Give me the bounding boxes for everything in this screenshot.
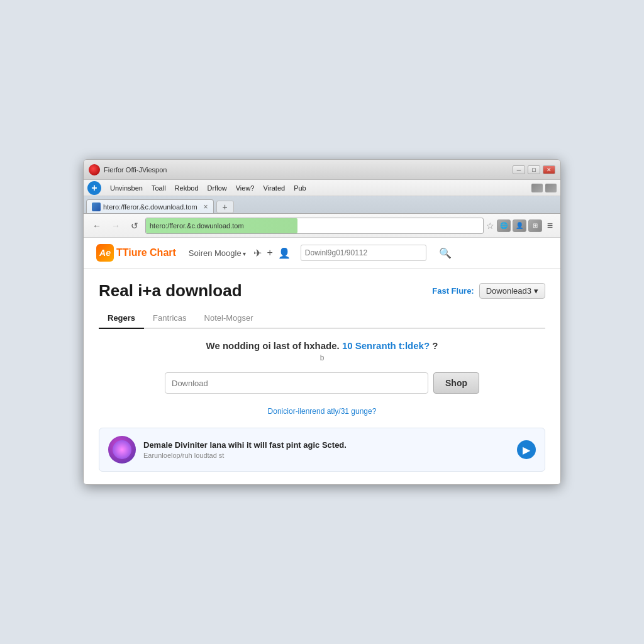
logo-text: TTiure Chart (116, 247, 176, 258)
header-search-button[interactable]: 🔍 (436, 244, 454, 262)
nav-icon-globe[interactable]: 🌐 (497, 219, 511, 232)
close-button[interactable]: ✕ (543, 165, 555, 174)
hamburger-menu-button[interactable]: ≡ (545, 219, 555, 233)
body-text-link[interactable]: 10 Senranth t:ldek? (342, 340, 432, 351)
download-dropdown-button[interactable]: Dowonlead3 ▾ (479, 283, 545, 299)
tab-label: htero:/fferor.&c.dowunload.tom (103, 203, 197, 211)
header-search-input[interactable] (301, 245, 426, 261)
nav-bar: ← → ↺ htero:/fferor.&c.dowunload.tom ☆ 🌐… (84, 214, 560, 238)
tab-close-button[interactable]: × (204, 203, 208, 211)
body-text-sub: b (99, 353, 545, 362)
header-nav-user-icon[interactable]: 👤 (278, 247, 291, 259)
center-link[interactable]: Donicior-ilenrend atly/31 gunge? (268, 407, 377, 416)
page-title: Real i+a download (99, 281, 242, 301)
window-controls: ─ □ ✕ (513, 165, 555, 174)
shop-button[interactable]: Shop (433, 372, 479, 394)
input-row: Shop (165, 372, 479, 394)
tab-favicon (92, 203, 101, 211)
card-title: Demale Diviniter lana wihi it will fast … (143, 440, 509, 450)
back-button[interactable]: ← (89, 218, 105, 234)
card-subtitle: Earunloelop/ruh loudtad st (143, 452, 509, 459)
nav-icon-grid[interactable]: ⊞ (528, 219, 542, 232)
bookmark-star-icon[interactable]: ☆ (486, 221, 494, 231)
card-arrow-button[interactable]: ▶ (517, 440, 536, 459)
app-header: Ae TTiure Chart Soiren Moogle ✈ + 👤 🔍 (84, 238, 560, 269)
toolbar-icon-1[interactable] (531, 184, 543, 192)
header-nav-soiren[interactable]: Soiren Moogle (186, 247, 249, 259)
menu-right-icons (531, 184, 557, 192)
firefox-icon (89, 164, 100, 175)
menu-item-virated[interactable]: Virated (259, 183, 289, 193)
center-link-section: Donicior-ilenrend atly/31 gunge? (99, 405, 545, 416)
body-text-main: We nodding oi last of hxhade. 10 Senrant… (99, 340, 545, 351)
dropdown-chevron-icon: ▾ (534, 286, 538, 296)
minimize-button[interactable]: ─ (513, 165, 525, 174)
tab-fantricas[interactable]: Fantricas (144, 308, 195, 329)
address-bar[interactable]: htero:/fferor.&c.dowunload.tom (145, 218, 484, 234)
reload-button[interactable]: ↺ (126, 218, 143, 234)
window-title: Fierfor Offi-JViespon (104, 166, 513, 174)
menu-item-view[interactable]: View? (232, 183, 258, 193)
download-input[interactable] (165, 372, 428, 394)
active-tab[interactable]: htero:/fferor.&c.dowunload.tom × (86, 199, 214, 213)
logo-icon: Ae (96, 244, 114, 262)
body-text-section: We nodding oi last of hxhade. 10 Senrant… (99, 340, 545, 362)
page-content: Ae TTiure Chart Soiren Moogle ✈ + 👤 🔍 Re… (84, 238, 560, 484)
menu-bar: + Unvinsben Toall Rekbod Drflow View? Vi… (84, 180, 560, 196)
page-title-row: Real i+a download Fast Flure: Dowonlead3… (99, 281, 545, 301)
menu-item-drflow[interactable]: Drflow (204, 183, 231, 193)
card-icon-inner (113, 440, 131, 459)
tab-notel-mogser[interactable]: Notel-Mogser (196, 308, 262, 329)
tab-regers[interactable]: Regers (99, 308, 144, 329)
nav-right-icons: 🌐 👤 ⊞ (497, 219, 542, 232)
forward-button[interactable]: → (108, 218, 124, 234)
header-nav: Soiren Moogle ✈ + 👤 (186, 247, 291, 259)
content-tabs: Regers Fantricas Notel-Mogser (99, 308, 545, 329)
nav-icon-user[interactable]: 👤 (513, 219, 526, 232)
main-content: Real i+a download Fast Flure: Dowonlead3… (84, 269, 560, 484)
new-tab-add-button[interactable]: + (87, 181, 101, 195)
menu-item-rekbod[interactable]: Rekbod (171, 183, 203, 193)
address-text: htero:/fferor.&c.dowunload.tom (150, 222, 244, 230)
toolbar-icon-2[interactable] (545, 184, 557, 192)
maximize-button[interactable]: □ (528, 165, 540, 174)
result-card: Demale Diviniter lana wihi it will fast … (99, 428, 545, 472)
menu-item-pub[interactable]: Pub (290, 183, 310, 193)
new-tab-button[interactable]: + (216, 201, 234, 213)
title-bar: Fierfor Offi-JViespon ─ □ ✕ (84, 160, 560, 180)
tab-bar: htero:/fferor.&c.dowunload.tom × + (84, 196, 560, 214)
menu-item-toall[interactable]: Toall (148, 183, 170, 193)
fast-flure-label: Fast Flure: (432, 286, 474, 296)
app-logo: Ae TTiure Chart (96, 244, 176, 262)
browser-window: Fierfor Offi-JViespon ─ □ ✕ + Unvinsben … (83, 159, 561, 485)
card-text: Demale Diviniter lana wihi it will fast … (143, 440, 509, 459)
card-icon (108, 436, 136, 464)
menu-item-unvinsben[interactable]: Unvinsben (106, 183, 147, 193)
title-right: Fast Flure: Dowonlead3 ▾ (432, 283, 545, 299)
header-nav-plane-icon[interactable]: ✈ (253, 247, 262, 259)
header-nav-plus-icon[interactable]: + (267, 247, 272, 258)
